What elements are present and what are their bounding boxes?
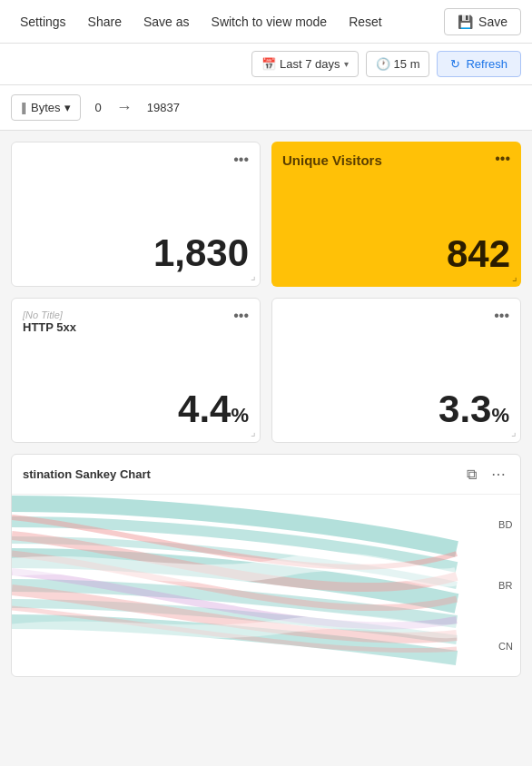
card-value-842: 842 [282, 232, 510, 276]
chevron-down-icon: ▾ [344, 59, 349, 69]
sankey-title: stination Sankey Chart [23, 467, 151, 481]
sankey-actions: ⧉ ⋯ [463, 464, 509, 485]
card-value-4-4: 4.4 [23, 388, 249, 431]
calendar-icon: 📅 [261, 57, 276, 71]
sankey-chart-area: BD BR CN [12, 495, 520, 676]
nav-reset[interactable]: Reset [340, 9, 391, 34]
card-menu-button-1[interactable]: ••• [230, 150, 252, 170]
save-label: Save [478, 15, 507, 29]
card-menu-button-2[interactable]: ••• [491, 149, 514, 169]
card-value-1830: 1,830 [23, 231, 249, 275]
filter-value-from: 0 [88, 97, 109, 118]
sankey-menu-button[interactable]: ⋯ [488, 464, 509, 485]
filter-chevron-icon: ▾ [64, 101, 71, 114]
save-button[interactable]: 💾 Save [444, 8, 521, 35]
nav-save-as[interactable]: Save as [134, 9, 199, 34]
resize-handle-3[interactable]: ⌟ [251, 426, 256, 438]
interval-label: 15 m [394, 57, 420, 71]
sankey-svg [12, 495, 520, 676]
card-unique-visitors: ••• Unique Visitors 842 ⌟ [271, 142, 521, 287]
resize-handle-1[interactable]: ⌟ [251, 270, 256, 282]
resize-handle-4[interactable]: ⌟ [511, 426, 517, 438]
clock-icon: 🕐 [376, 57, 390, 71]
cards-row-2: ••• [No Title] HTTP 5xx 4.4 ⌟ ••• 3.3 ⌟ [11, 298, 521, 443]
filter-value-to: 19837 [140, 97, 187, 118]
top-nav: Settings Share Save as Switch to view mo… [0, 0, 532, 44]
date-range-label: Last 7 days [280, 57, 340, 71]
dashboard: ••• 1,830 ⌟ ••• Unique Visitors 842 ⌟ ••… [0, 131, 532, 688]
refresh-button[interactable]: ↻ Refresh [437, 51, 521, 77]
refresh-label: Refresh [466, 57, 507, 71]
card-1830: ••• 1,830 ⌟ [11, 142, 261, 287]
filter-bars-icon: ‖ [21, 101, 27, 114]
card-3-3: ••• 3.3 ⌟ [271, 298, 521, 443]
sankey-copy-button[interactable]: ⧉ [463, 465, 480, 485]
card-menu-button-4[interactable]: ••• [490, 306, 513, 326]
nav-share[interactable]: Share [79, 9, 131, 34]
card-http5xx: ••• [No Title] HTTP 5xx 4.4 ⌟ [11, 298, 261, 443]
cards-row-1: ••• 1,830 ⌟ ••• Unique Visitors 842 ⌟ [11, 142, 521, 287]
interval-picker[interactable]: 🕐 15 m [366, 51, 430, 77]
toolbar: 📅 Last 7 days ▾ 🕐 15 m ↻ Refresh [0, 44, 532, 85]
card-subtitle-http5xx: HTTP 5xx [23, 320, 249, 334]
card-menu-button-3[interactable]: ••• [230, 306, 252, 326]
filter-type-dropdown[interactable]: ‖ Bytes ▾ [11, 94, 81, 121]
resize-handle-2[interactable]: ⌟ [512, 270, 517, 283]
card-no-title-label: [No Title] [23, 309, 249, 320]
sankey-header: stination Sankey Chart ⧉ ⋯ [12, 455, 520, 495]
refresh-icon: ↻ [450, 57, 460, 71]
card-value-3-3: 3.3 [283, 388, 509, 431]
filter-arrow-icon: → [116, 98, 133, 117]
filter-bar: ‖ Bytes ▾ 0 → 19837 [0, 85, 532, 131]
nav-switch-view[interactable]: Switch to view mode [202, 9, 337, 34]
save-icon: 💾 [458, 15, 473, 29]
nav-settings[interactable]: Settings [11, 9, 75, 34]
filter-type-label: Bytes [31, 101, 61, 114]
sankey-card: stination Sankey Chart ⧉ ⋯ [11, 454, 521, 677]
date-range-picker[interactable]: 📅 Last 7 days ▾ [251, 51, 359, 77]
card-title-unique-visitors: Unique Visitors [282, 152, 510, 168]
